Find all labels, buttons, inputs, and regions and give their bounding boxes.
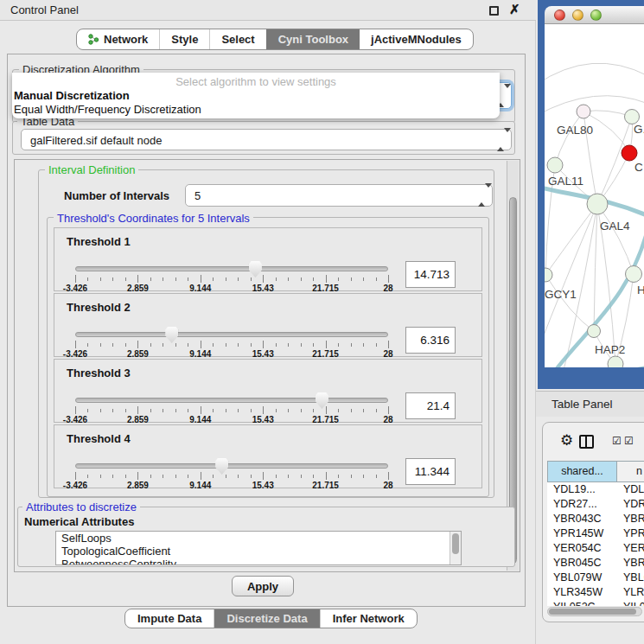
table-data-combobox[interactable]: galFiltered.sif default node <box>21 129 512 150</box>
gear-icon[interactable]: ⚙ <box>560 433 573 448</box>
table-row[interactable]: YPR145WYPR1 <box>547 526 644 541</box>
node-label: H <box>637 284 644 296</box>
threshold-4-slider[interactable]: -3.4262.8599.14415.4321.71528 <box>75 462 388 489</box>
num-intervals-combobox[interactable]: 5 <box>185 184 493 207</box>
table-row[interactable]: YDR27...YDR2 <box>547 497 644 512</box>
bottom-tab-bar: Impute Data Discretize Data Infer Networ… <box>124 609 418 628</box>
tab-style[interactable]: Style <box>159 29 209 49</box>
node-gal4[interactable] <box>587 194 608 214</box>
algorithm-option-equal-width[interactable]: Equal Width/Frequency Discretization <box>14 103 201 116</box>
numerical-attributes-list[interactable]: SelfLoops TopologicalCoefficient Between… <box>55 531 462 565</box>
slider-track[interactable] <box>75 463 388 469</box>
float-window-icon[interactable] <box>489 6 499 16</box>
tab-network[interactable]: Network <box>77 29 159 49</box>
tab-select[interactable]: Select <box>209 29 265 49</box>
table-hscrollbar[interactable] <box>547 607 642 616</box>
node-gal80[interactable] <box>577 105 590 118</box>
node-red-selected[interactable] <box>622 145 637 161</box>
scrollbar-thumb[interactable] <box>452 533 459 554</box>
table-row[interactable]: YBR043CYBR0 <box>547 512 644 526</box>
threshold-1-value[interactable]: 14.713 <box>405 261 456 288</box>
threshold-2-value[interactable]: 6.316 <box>405 327 456 354</box>
node-label: GAL11 <box>548 175 583 188</box>
close-icon[interactable]: ✗ <box>509 2 520 17</box>
column-header-shared-name[interactable]: shared... <box>547 461 617 482</box>
node-label: HAP2 <box>595 343 625 356</box>
threshold-3-label: Threshold 3 <box>67 367 131 379</box>
threshold-1-row: Threshold 1 -3.4262.8599.14415.4321.7152… <box>54 227 482 291</box>
apply-button[interactable]: Apply <box>232 576 294 596</box>
node-h[interactable] <box>626 266 642 283</box>
spinner-icon <box>478 188 485 203</box>
slider-tick-labels: -3.4262.8599.14415.4321.71528 <box>75 284 388 293</box>
table-row[interactable]: YBL079WYBL0 <box>547 571 644 585</box>
zoom-traffic-light-icon[interactable] <box>590 10 602 21</box>
threshold-3-value[interactable]: 21.4 <box>405 392 456 419</box>
node-gcy1[interactable] <box>545 268 552 282</box>
table-row[interactable]: YIL052CYIL0 <box>547 600 644 606</box>
control-panel-titlebar: Control Panel ✗ <box>0 0 536 21</box>
slider-ticks <box>75 406 388 414</box>
column-header-name[interactable]: n <box>617 461 644 482</box>
close-traffic-light-icon[interactable] <box>554 10 565 21</box>
algorithm-hint-text: Select algorithm to view settings <box>12 75 500 88</box>
tab-infer-network[interactable]: Infer Network <box>320 609 417 628</box>
threshold-4-row: Threshold 4 -3.4262.8599.14415.4321.7152… <box>54 424 482 488</box>
slider-track[interactable] <box>75 266 388 271</box>
thresholds-group-label: Threshold's Coordinates for 5 Intervals <box>54 212 253 225</box>
panel-title: Control Panel <box>10 3 79 16</box>
network-icon <box>88 34 99 45</box>
slider-track[interactable] <box>75 398 388 403</box>
table-row[interactable]: YER054CYER0 <box>547 541 644 556</box>
tab-jactivemnodules[interactable]: jActiveMNodules <box>360 29 473 49</box>
table-panel-title: Table Panel <box>552 398 613 411</box>
network-nodes[interactable] <box>545 105 642 367</box>
network-canvas[interactable]: GAL80 G. C GAL11 GAL4 GCY1 H HAP2 <box>545 24 644 367</box>
algorithm-option-manual[interactable]: Manual Discretization <box>14 89 130 102</box>
threshold-3-row: Threshold 3 -3.4262.8599.14415.4321.7152… <box>54 359 482 423</box>
tab-network-label: Network <box>104 33 148 46</box>
minimize-traffic-light-icon[interactable] <box>572 10 583 21</box>
attributes-group-label: Attributes to discretize <box>22 501 140 513</box>
slider-tick-labels: -3.4262.8599.14415.4321.71528 <box>75 415 388 424</box>
threshold-2-slider[interactable]: -3.4262.8599.14415.4321.71528 <box>75 330 388 358</box>
table-row[interactable]: YLR345WYLR3 <box>547 585 644 600</box>
network-window-titlebar[interactable] <box>545 6 644 24</box>
interval-definition-label: Interval Definition <box>45 163 138 176</box>
slider-tick-labels: -3.4262.8599.14415.4321.71528 <box>75 481 388 490</box>
network-edges <box>545 63 644 367</box>
node-gal11[interactable] <box>547 157 563 173</box>
scrollbar-thumb[interactable] <box>549 609 636 615</box>
list-item[interactable]: TopologicalCoefficient <box>56 545 461 558</box>
threshold-4-value[interactable]: 11.344 <box>405 458 456 485</box>
tab-discretize-data[interactable]: Discretize Data <box>214 609 319 628</box>
list-item[interactable]: BetweennessCentrality <box>56 558 461 565</box>
split-columns-icon[interactable] <box>579 435 594 449</box>
threshold-1-slider[interactable]: -3.4262.8599.14415.4321.71528 <box>75 265 388 292</box>
list-item[interactable]: SelfLoops <box>56 532 461 545</box>
threshold-2-row: Threshold 2 -3.4262.8599.14415.4321.7152… <box>54 293 482 357</box>
checkbox-icon[interactable]: ☑ <box>612 436 622 446</box>
tab-impute-data[interactable]: Impute Data <box>125 609 214 628</box>
table-row[interactable]: YBR045CYBR0 <box>547 556 644 571</box>
table-panel-titlebar: Table Panel <box>536 391 644 417</box>
threshold-2-label: Threshold 2 <box>67 301 131 314</box>
node-hap2[interactable] <box>588 325 601 338</box>
threshold-4-label: Threshold 4 <box>67 432 131 445</box>
node-label: G. <box>634 123 644 136</box>
spinner-icon <box>497 132 504 148</box>
node-g[interactable] <box>625 110 640 124</box>
node-bottom[interactable] <box>608 356 623 367</box>
list-scrollbar[interactable] <box>450 532 461 564</box>
checkbox-icon[interactable]: ☑ <box>624 436 634 446</box>
table-panel-body: ⚙ ☑ ☑ shared... n YDL19...YDL1 YDR27...Y… <box>542 422 644 622</box>
slider-ticks <box>75 472 388 480</box>
slider-ticks <box>75 275 388 283</box>
table-data-value: galFiltered.sif default node <box>30 133 162 146</box>
tab-cyni-toolbox[interactable]: Cyni Toolbox <box>266 29 360 49</box>
slider-track[interactable] <box>75 332 388 337</box>
control-panel-window: Control Panel ✗ Network Style Select Cyn… <box>0 0 536 644</box>
threshold-3-slider[interactable]: -3.4262.8599.14415.4321.71528 <box>75 396 388 424</box>
node-label: GCY1 <box>545 288 577 301</box>
table-row[interactable]: YDL19...YDL1 <box>547 482 644 497</box>
